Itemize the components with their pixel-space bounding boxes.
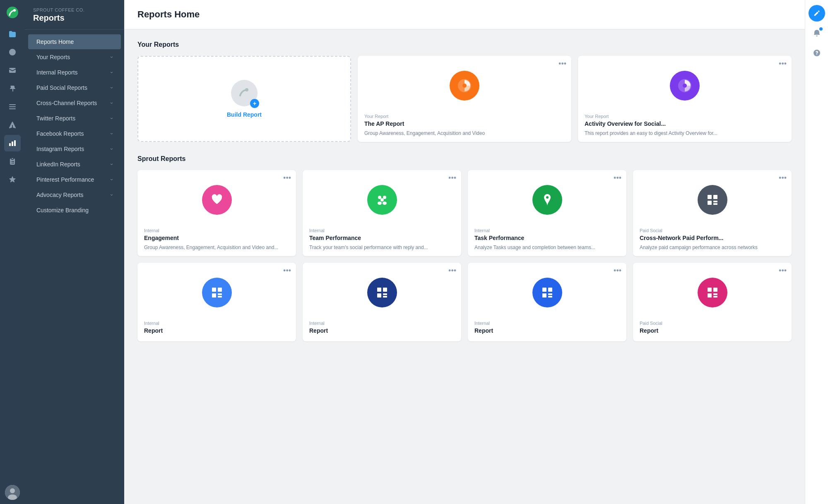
card-dots-menu[interactable]: ••• — [779, 60, 787, 67]
card-title: Report — [474, 327, 620, 334]
chevron-down-icon: › — [109, 56, 115, 58]
card-dots-menu[interactable]: ••• — [558, 60, 566, 67]
svg-rect-28 — [377, 293, 381, 298]
nav-icon-folder[interactable] — [4, 26, 21, 42]
sidebar-item-twitter-reports[interactable]: Twitter Reports› — [28, 111, 121, 126]
your-reports-section-title: Your Reports — [137, 41, 792, 48]
svg-point-7 — [462, 84, 467, 88]
company-name: Sprout Coffee Co. — [33, 7, 116, 12]
card-menu-row: ••• — [468, 263, 626, 274]
card-menu-row: ••• — [303, 170, 461, 182]
nav-icon-list[interactable] — [4, 98, 21, 115]
sidebar-item-label: Instagram Reports — [36, 146, 84, 152]
card-dots-menu[interactable]: ••• — [614, 174, 621, 182]
card-dots-menu[interactable]: ••• — [779, 267, 787, 274]
nav-icon-task[interactable] — [4, 153, 21, 170]
card-icon-circle — [202, 185, 232, 215]
sprout-report-card[interactable]: ••• Internal Report — [137, 263, 296, 341]
svg-rect-27 — [383, 288, 387, 292]
card-inner: Your Report Activity Overview for Social… — [578, 107, 792, 142]
card-desc: Track your team's social performance wit… — [309, 244, 455, 251]
sidebar-item-customize-branding[interactable]: Customize Branding — [28, 203, 121, 218]
card-dots-menu[interactable]: ••• — [448, 174, 456, 182]
user-avatar[interactable] — [5, 485, 20, 500]
sidebar-item-instagram-reports[interactable]: Instagram Reports› — [28, 142, 121, 156]
card-title: Report — [144, 327, 289, 334]
card-dots-menu[interactable]: ••• — [779, 174, 787, 182]
chevron-down-icon: › — [109, 148, 115, 150]
sprout-report-card[interactable]: ••• Internal Engagement Group Awareness,… — [137, 170, 296, 256]
your-report-card[interactable]: ••• Your Report The AP Report Group Awar… — [358, 56, 571, 142]
chevron-down-icon: › — [109, 179, 115, 180]
card-dots-menu[interactable]: ••• — [283, 174, 291, 182]
svg-point-3 — [10, 488, 15, 493]
bell-button[interactable] — [809, 25, 825, 41]
chevron-down-icon: › — [109, 118, 115, 119]
sidebar-item-label: LinkedIn Reports — [36, 161, 80, 168]
card-dots-menu[interactable]: ••• — [614, 267, 621, 274]
card-icon-wrap — [358, 67, 571, 107]
sidebar-item-linkedin-reports[interactable]: LinkedIn Reports› — [28, 157, 121, 172]
compose-button[interactable] — [809, 5, 825, 22]
card-icon-circle — [450, 71, 479, 101]
sidebar-item-cross-channel-reports[interactable]: Cross-Channel Reports› — [28, 96, 121, 110]
svg-rect-34 — [548, 293, 552, 295]
svg-point-10 — [378, 196, 381, 199]
chevron-down-icon: › — [109, 102, 115, 104]
build-icon-wrap: + — [231, 80, 258, 106]
card-tag: Paid Social — [640, 321, 785, 326]
nav-icon-inbox[interactable] — [4, 62, 21, 79]
sprout-report-card[interactable]: ••• Internal Report — [303, 263, 461, 341]
chevron-down-icon: › — [109, 87, 115, 89]
card-dots-menu[interactable]: ••• — [448, 267, 456, 274]
svg-rect-35 — [548, 296, 552, 298]
plus-badge: + — [250, 99, 259, 108]
nav-icon-star[interactable] — [4, 171, 21, 188]
card-icon-circle — [698, 278, 727, 307]
sprout-reports-section-title: Sprout Reports — [137, 155, 792, 163]
sidebar-item-reports-home[interactable]: Reports Home — [28, 34, 121, 49]
sidebar-item-paid-social-reports[interactable]: Paid Social Reports› — [28, 80, 121, 95]
sidebar-item-internal-reports[interactable]: Internal Reports› — [28, 65, 121, 80]
build-report-card[interactable]: + Build Report — [137, 56, 351, 142]
icon-rail — [0, 0, 25, 504]
your-reports-grid: + Build Report ••• Your Report The AP Re… — [137, 56, 792, 142]
sidebar-nav: Reports HomeYour Reports›Internal Report… — [25, 30, 124, 222]
card-icon-circle — [367, 185, 397, 215]
svg-rect-16 — [708, 195, 712, 199]
svg-rect-32 — [548, 288, 552, 292]
card-menu-row: ••• — [303, 263, 461, 274]
sidebar-item-pinterest-performance[interactable]: Pinterest Performance› — [28, 172, 121, 187]
right-rail — [805, 0, 828, 504]
card-title: Report — [309, 327, 455, 334]
sprout-report-card[interactable]: ••• Internal Task Performance Analyze Ta… — [468, 170, 626, 256]
nav-icon-send[interactable] — [4, 117, 21, 133]
card-tag: Your Report — [364, 114, 565, 119]
sidebar-item-facebook-reports[interactable]: Facebook Reports› — [28, 126, 121, 141]
sprout-report-card[interactable]: ••• Paid Social Report — [633, 263, 792, 341]
nav-icon-pin[interactable] — [4, 80, 21, 97]
card-icon-wrap — [633, 274, 792, 314]
card-menu-row: ••• — [633, 170, 792, 182]
sidebar-item-your-reports[interactable]: Your Reports› — [28, 50, 121, 65]
sprout-report-card[interactable]: ••• Internal Team Performance Track your… — [303, 170, 461, 256]
your-report-card[interactable]: ••• Your Report Activity Overview for So… — [578, 56, 792, 142]
card-inner: Internal Task Performance Analyze Tasks … — [468, 221, 626, 256]
sidebar-item-advocacy-reports[interactable]: Advocacy Reports› — [28, 187, 121, 202]
svg-rect-31 — [542, 288, 546, 292]
build-report-label: Build Report — [227, 111, 262, 118]
svg-point-9 — [683, 84, 687, 88]
card-tag: Paid Social — [640, 228, 785, 233]
card-icon-circle — [670, 71, 700, 101]
nav-icon-chart[interactable] — [4, 135, 21, 151]
sprout-report-card[interactable]: ••• Internal Report — [468, 263, 626, 341]
sidebar-item-label: Facebook Reports — [36, 130, 84, 137]
svg-rect-37 — [713, 288, 717, 292]
help-button[interactable] — [809, 45, 825, 61]
card-title: Activity Overview for Social... — [585, 120, 785, 127]
nav-icon-alert[interactable] — [4, 44, 21, 60]
sprout-report-card[interactable]: ••• Paid Social Cross-Network Paid Perfo… — [633, 170, 792, 256]
card-inner: Paid Social Cross-Network Paid Perform..… — [633, 221, 792, 256]
card-dots-menu[interactable]: ••• — [283, 267, 291, 274]
card-title: Task Performance — [474, 235, 620, 241]
